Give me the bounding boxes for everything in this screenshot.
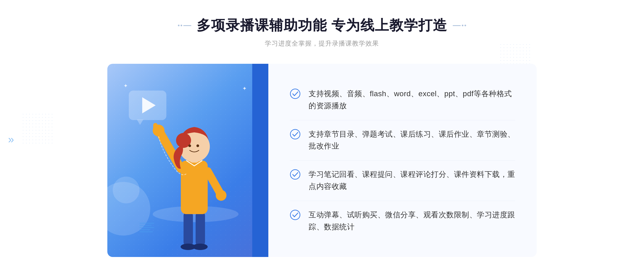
svg-rect-1 [184, 211, 193, 246]
page-container: » 多项录播课辅助功能 专为线上教学打造 学习进度全掌握，提升录播课教学效果 [0, 0, 644, 261]
check-icon-2 [290, 129, 301, 140]
person-svg [142, 107, 244, 257]
check-icon-1 [290, 88, 301, 99]
svg-rect-2 [196, 211, 205, 246]
svg-point-15 [196, 144, 199, 147]
main-title: 多项录播课辅助功能 专为线上教学打造 [197, 16, 447, 35]
feature-text-3: 学习笔记回看、课程提问、课程评论打分、课件资料下载，重点内容收藏 [309, 169, 515, 193]
svg-point-10 [216, 190, 226, 201]
illustration-panel: ✦ ✦ [107, 64, 268, 257]
features-panel: 支持视频、音频、flash、word、excel、ppt、pdf等各种格式的资源… [268, 64, 537, 257]
feature-text-2: 支持章节目录、弹题考试、课后练习、课后作业、章节测验、批改作业 [309, 128, 515, 152]
subtitle: 学习进度全掌握，提升录播课教学效果 [178, 39, 466, 48]
left-arrow-decoration: » [8, 133, 14, 145]
feature-item-2: 支持章节目录、弹题考试、课后练习、课后作业、章节测验、批改作业 [290, 120, 515, 161]
feature-item-4: 互动弹幕、试听购买、微信分享、观看次数限制、学习进度跟踪、数据统计 [290, 201, 515, 241]
svg-rect-8 [153, 123, 158, 134]
feature-text-4: 互动弹幕、试听购买、微信分享、观看次数限制、学习进度跟踪、数据统计 [309, 209, 515, 233]
svg-point-16 [290, 89, 300, 99]
feature-text-1: 支持视频、音频、flash、word、excel、ppt、pdf等各种格式的资源… [309, 88, 515, 112]
main-content: ✦ ✦ [107, 64, 537, 257]
title-decorator-right [453, 25, 466, 26]
svg-line-9 [208, 171, 220, 193]
figure-container [142, 107, 244, 257]
svg-point-4 [193, 244, 208, 250]
circle-small [113, 177, 140, 203]
sparkle-1: ✦ [123, 83, 128, 89]
blue-stripe [252, 64, 268, 257]
feature-item-3: 学习笔记回看、课程提问、课程评论打分、课件资料下载，重点内容收藏 [290, 161, 515, 201]
dot-pattern-left [21, 113, 54, 145]
stripe-decoration [140, 214, 156, 241]
svg-point-18 [290, 170, 300, 179]
svg-point-19 [290, 210, 300, 220]
title-row: 多项录播课辅助功能 专为线上教学打造 [178, 16, 466, 35]
svg-point-17 [290, 129, 300, 139]
feature-item-1: 支持视频、音频、flash、word、excel、ppt、pdf等各种格式的资源… [290, 80, 515, 120]
check-icon-4 [290, 210, 301, 220]
sparkle-2: ✦ [242, 85, 247, 92]
title-decorator-left [178, 25, 191, 26]
check-icon-3 [290, 169, 301, 180]
header-section: 多项录播课辅助功能 专为线上教学打造 学习进度全掌握，提升录播课教学效果 [178, 16, 466, 48]
svg-point-14 [188, 144, 191, 147]
